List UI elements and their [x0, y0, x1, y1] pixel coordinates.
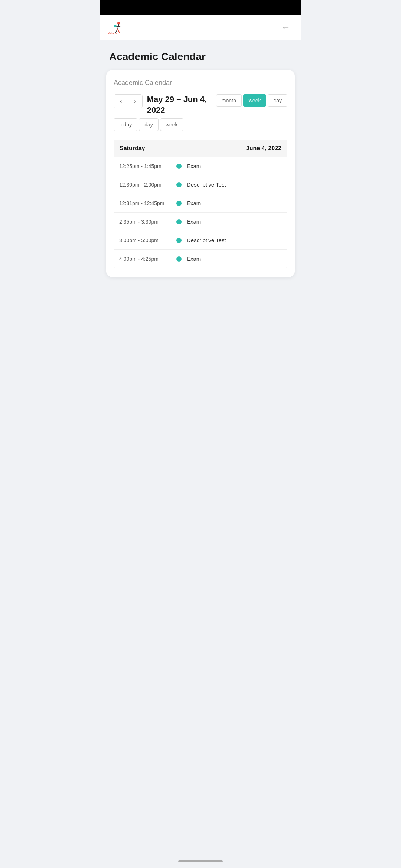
view-toggles-group: month week day: [216, 94, 287, 107]
page-title-section: Academic Calendar: [100, 40, 301, 70]
card-title: Academic Calendar: [114, 79, 287, 87]
event-dot-icon: [176, 201, 182, 206]
table-row: 12:31pm - 12:45pmExam: [114, 194, 287, 213]
date-range: May 29 – Jun 4, 2022: [147, 94, 212, 115]
table-row: 3:00pm - 5:00pmDescriptive Test: [114, 231, 287, 250]
nav-buttons-group: ‹ ›: [114, 94, 143, 108]
event-time: 4:00pm - 4:25pm: [119, 256, 171, 262]
event-time: 2:35pm - 3:30pm: [119, 219, 171, 225]
event-name: Descriptive Test: [187, 181, 226, 188]
event-dot-icon: [176, 164, 182, 169]
event-name: Exam: [187, 256, 201, 262]
event-dot-icon: [176, 238, 182, 243]
logo: Acharya: [108, 20, 126, 35]
day-name: Saturday: [120, 145, 145, 152]
controls-bottom-row: today day week: [114, 118, 287, 131]
controls-top-row: ‹ › May 29 – Jun 4, 2022 month week day: [114, 94, 287, 115]
event-dot-icon: [176, 219, 182, 224]
event-name: Exam: [187, 218, 201, 225]
table-row: 4:00pm - 4:25pmExam: [114, 250, 287, 268]
week-view-button[interactable]: week: [243, 94, 267, 107]
event-name: Exam: [187, 200, 201, 206]
page-title: Academic Calendar: [109, 51, 292, 63]
table-row: 12:30pm - 2:00pmDescriptive Test: [114, 175, 287, 194]
prev-button[interactable]: ‹: [114, 95, 128, 108]
day-view-button[interactable]: day: [268, 94, 287, 107]
calendar-controls: ‹ › May 29 – Jun 4, 2022 month week day …: [114, 94, 287, 131]
svg-text:Acharya: Acharya: [108, 32, 117, 34]
month-view-button[interactable]: month: [216, 94, 242, 107]
back-button[interactable]: ←: [278, 19, 293, 36]
bottom-indicator: [178, 860, 223, 862]
events-table: 12:25pm - 1:45pmExam12:30pm - 2:00pmDesc…: [114, 157, 287, 268]
logo-image: Acharya: [108, 20, 126, 35]
event-time: 12:30pm - 2:00pm: [119, 182, 171, 188]
day-button[interactable]: day: [139, 118, 159, 131]
day-header: Saturday June 4, 2022: [114, 140, 287, 157]
back-arrow-icon: ←: [281, 22, 290, 33]
svg-point-0: [117, 22, 120, 24]
event-time: 12:31pm - 12:45pm: [119, 200, 171, 206]
event-dot-icon: [176, 182, 182, 187]
next-button[interactable]: ›: [128, 95, 142, 108]
event-dot-icon: [176, 256, 182, 262]
day-date: June 4, 2022: [246, 145, 281, 152]
week-button[interactable]: week: [160, 118, 183, 131]
app-header: Acharya ←: [100, 15, 301, 40]
event-time: 12:25pm - 1:45pm: [119, 163, 171, 169]
event-name: Descriptive Test: [187, 237, 226, 243]
calendar-card: Academic Calendar ‹ › May 29 – Jun 4, 20…: [106, 70, 295, 277]
svg-line-4: [118, 29, 120, 32]
today-button[interactable]: today: [114, 118, 137, 131]
table-row: 2:35pm - 3:30pmExam: [114, 213, 287, 231]
status-bar: [100, 0, 301, 15]
event-time: 3:00pm - 5:00pm: [119, 237, 171, 243]
svg-line-2: [116, 26, 120, 27]
table-row: 12:25pm - 1:45pmExam: [114, 157, 287, 175]
event-name: Exam: [187, 163, 201, 169]
svg-rect-5: [114, 25, 117, 27]
